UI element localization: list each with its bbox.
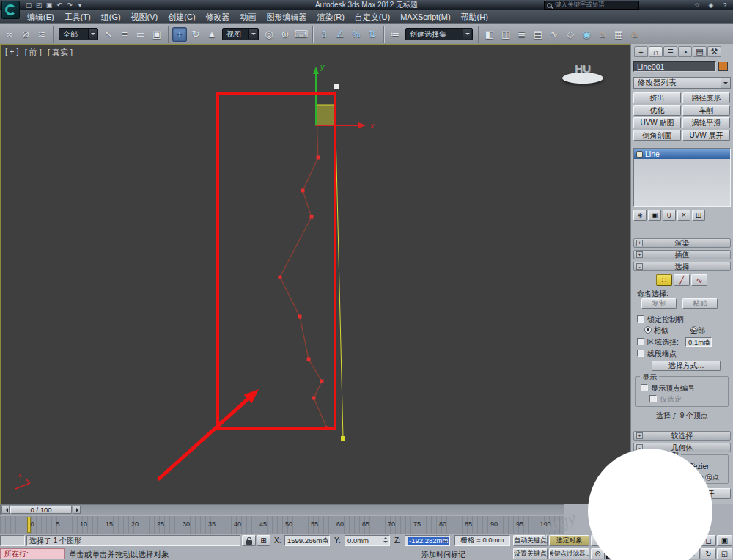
area-threshold-field[interactable]: 0.1mm [685,337,712,347]
named-selection-set-dropdown[interactable]: 创建选择集 [405,28,473,40]
communication-center-icon[interactable]: ◈ [706,1,716,9]
help-icon[interactable]: ? [720,1,730,9]
search-field[interactable]: 键入关键字或短语 [544,1,639,10]
y-spinner[interactable] [382,537,388,545]
spline-subobject-icon[interactable]: ∿ [691,274,707,286]
selection-region-icon[interactable]: ▭ [133,27,148,42]
select-and-manipulate-icon[interactable]: ⊕ [278,27,292,42]
use-pivot-center-icon[interactable]: ◎ [262,27,276,42]
viewport-front[interactable]: yxx [ + ][ 前 ][ 真实 ] HU [0,44,630,504]
modifier-set-button[interactable]: 路径变形 [682,92,730,103]
rollout-interpolation[interactable]: + 插值 [633,250,731,259]
absolute-offset-toggle[interactable]: ⊞ [257,535,270,546]
lock-handles-checkbox[interactable] [637,315,644,323]
rollout-selection[interactable]: - 选择 [633,262,731,271]
menu-tools[interactable]: 工具(T) [59,10,96,23]
window-crossing-icon[interactable]: ▣ [150,27,164,42]
modifier-set-button[interactable]: 优化 [633,105,681,116]
menu-customize[interactable]: 自定义(U) [350,10,395,23]
gizmo-xy-plane-handle[interactable] [316,105,335,125]
render-setup-icon[interactable]: ♨ [595,27,610,42]
set-key-button[interactable]: 设置关键点 [513,548,548,559]
workspaces-dropdown-icon[interactable]: ▾ [75,1,85,9]
bind-to-spacewarp-icon[interactable]: ≋ [34,27,49,42]
viewcube[interactable]: HU [559,61,606,87]
mirror-icon[interactable]: ◧ [482,27,497,42]
modifier-set-button[interactable]: 倒角剖面 [633,130,681,141]
macro-recorder-field[interactable] [0,535,25,546]
menu-graph-editors[interactable]: 图形编辑器 [262,10,312,23]
menu-modifiers[interactable]: 修改器 [201,10,235,23]
menu-views[interactable]: 视图(V) [126,10,163,23]
modifier-set-button[interactable]: UVW 贴图 [633,117,681,128]
selected-vertex[interactable] [307,358,311,361]
select-and-move-icon[interactable]: + [172,27,187,42]
area-selection-checkbox[interactable] [637,338,644,345]
dropdown-arrow-icon[interactable] [88,29,97,39]
pin-stack-icon[interactable]: ∗ [633,210,647,221]
selection-lock-toggle[interactable] [242,535,256,546]
add-time-tag-button[interactable]: 添加时间标记 [421,550,465,560]
selected-filter-dropdown[interactable]: 选定对象 [549,535,589,546]
redo-icon[interactable]: ↷ [65,1,75,9]
tab-create[interactable]: + [634,46,648,57]
percent-snap-icon[interactable]: % [349,27,364,42]
key-filters-button[interactable]: 关键点过滤器... [549,548,589,559]
reference-coordinate-dropdown[interactable]: 视图 [222,28,259,40]
menu-maxscript[interactable]: MAXScript(M) [395,10,455,23]
similar-radio[interactable] [644,326,652,334]
angle-snap-icon[interactable]: ∠ [333,27,347,42]
menu-group[interactable]: 组(G) [96,10,126,23]
spinner-snap-icon[interactable]: ⇅ [365,27,380,42]
named-selection-copy-button[interactable]: 复制 [641,298,677,309]
remove-modifier-icon[interactable]: × [677,210,690,221]
track-bar[interactable]: 0510152025303540455055606570758085909510… [0,516,564,534]
selected-vertex[interactable] [279,276,282,279]
selected-vertex[interactable] [317,156,320,160]
modifier-stack-list[interactable]: Line [633,148,731,207]
next-frame-arrow[interactable] [73,506,81,514]
unselected-vertex[interactable] [334,84,339,89]
select-and-scale-icon[interactable]: ▲ [205,27,219,42]
configure-modifier-sets-icon[interactable]: ⊞ [692,210,705,221]
layer-manager-icon[interactable]: ≣ [515,27,529,42]
z-coordinate-field[interactable]: -192.282mm [405,535,450,546]
stack-visibility-icon[interactable] [636,151,643,158]
keyboard-override-icon[interactable]: ⌨ [294,27,309,42]
modifier-set-button[interactable]: 挤出 [633,92,681,103]
time-slider-handle[interactable]: 0 / 100 [10,506,72,514]
curve-editor-icon[interactable]: ∿ [547,27,561,42]
object-color-swatch[interactable] [718,62,728,71]
tab-hierarchy[interactable]: ≣ [663,46,677,57]
select-and-rotate-icon[interactable]: ↻ [188,27,203,42]
rollout-rendering[interactable]: + 渲染 [633,238,731,248]
ribbon-toggle-icon[interactable]: ▤ [531,27,545,42]
x-coordinate-field[interactable]: 1599.266mm [284,535,330,546]
selected-vertex[interactable] [298,315,302,319]
orbit-icon[interactable]: ↻ [701,548,716,559]
dropdown-arrow-icon[interactable] [463,29,471,39]
selected-vertex[interactable] [312,397,316,400]
show-vertex-numbers-checkbox[interactable] [641,384,648,391]
tab-motion[interactable]: ◔ [678,46,692,57]
unlink-selection-icon[interactable]: ⊘ [18,27,33,42]
schematic-view-icon[interactable]: ◇ [563,27,578,42]
save-icon[interactable]: ▣ [44,1,54,9]
selected-vertex[interactable] [320,380,324,383]
open-file-icon[interactable]: ◰ [34,1,44,9]
previous-frame-arrow[interactable] [1,506,10,514]
object-name-field[interactable]: Line001 [633,61,716,72]
app-logo-icon[interactable] [1,1,20,19]
undo-icon[interactable]: ↶ [54,1,65,9]
new-file-icon[interactable]: ▢ [23,1,34,9]
viewport-canvas[interactable]: yxx [1,45,630,504]
modifier-list-dropdown[interactable]: 修改器列表 [633,77,731,89]
time-slider[interactable]: 0 / 100 [0,504,564,515]
favorites-star-icon[interactable]: ☆ [692,1,702,9]
menu-help[interactable]: 帮助(H) [456,10,493,23]
modifier-set-button[interactable]: 涡轮平滑 [682,117,730,128]
selected-vertex[interactable] [301,189,305,193]
viewport-menu-view[interactable]: [ 前 ] [25,47,42,58]
selected-only-checkbox[interactable] [649,395,657,402]
x-spinner[interactable] [322,537,328,545]
